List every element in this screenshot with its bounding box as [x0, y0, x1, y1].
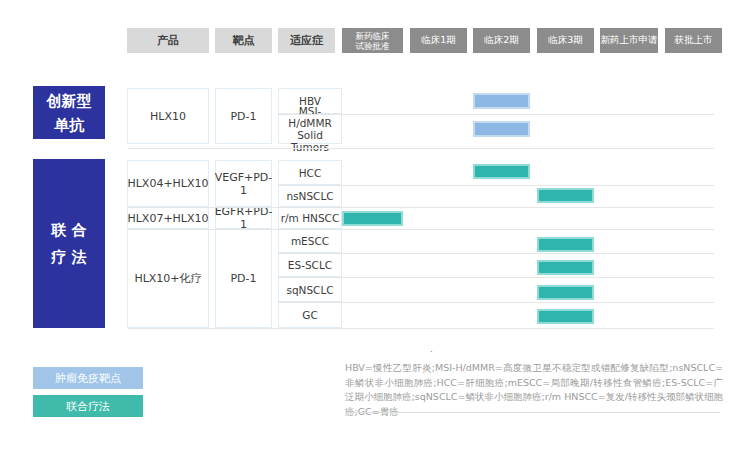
group-divider [128, 207, 714, 208]
group-divider [128, 328, 714, 329]
group-divider [128, 229, 714, 230]
target-cell: PD-1 [215, 88, 272, 144]
progress-bar [473, 121, 530, 137]
progress-bar [473, 93, 530, 109]
indication-cell: mESCC [278, 229, 342, 253]
column-header-ind-approval: 新药临床试验批准 [342, 28, 403, 53]
target-cell: VEGF+PD-1 [215, 160, 272, 207]
category-box-innovative-mab: 创新型 单抗 [33, 86, 105, 139]
pipeline-chart: 产品 靶点 适应症 新药临床试验批准 临床1期 临床2期 临床3期 新药上市申请… [0, 0, 750, 450]
column-header-phase2: 临床2期 [473, 28, 530, 53]
indication-cell: sqNSCLC [278, 277, 342, 302]
target-cell: EGFR+PD-1 [215, 207, 272, 229]
progress-bar [537, 188, 594, 203]
footnote-divider [345, 412, 720, 413]
footnote-abbreviations: HBV=慢性乙型肝炎;MSI-H/dMMR=高度微卫星不稳定型或错配修复缺陷型;… [345, 361, 723, 419]
indication-cell: r/m HNSCC [278, 207, 342, 229]
indication-cell: GC [278, 302, 342, 328]
column-header-phase3: 临床3期 [537, 28, 594, 53]
group-divider [128, 148, 714, 149]
category-label-line: 联 合 [51, 217, 86, 244]
progress-bar [473, 164, 530, 179]
column-header-indication: 适应症 [278, 28, 335, 53]
product-cell: HLX04+HLX10 [127, 160, 209, 207]
progress-bar [342, 211, 403, 226]
column-header-ind-approval-label: 新药临床试验批准 [353, 31, 393, 51]
progress-bar [537, 237, 594, 252]
column-header-nda: 新药上市申请 [600, 28, 658, 53]
indication-cell: MSI-H/dMMR Solid Tumors [278, 114, 342, 144]
legend-item-combination-therapy: 联合疗法 [33, 395, 143, 417]
row-divider [278, 302, 714, 303]
product-cell: HLX10 [127, 88, 209, 144]
legend-item-immune-target: 肿瘤免疫靶点 [33, 367, 143, 389]
product-cell: HLX10+化疗 [127, 229, 209, 328]
column-header-product: 产品 [127, 28, 209, 53]
row-divider [278, 114, 714, 115]
row-divider [278, 185, 714, 186]
category-label-line: 单抗 [54, 113, 84, 137]
indication-cell: nsNSCLC [278, 185, 342, 207]
indication-cell: ES-SCLC [278, 253, 342, 277]
category-box-combination-therapy: 联 合 疗 法 [33, 159, 105, 328]
stray-dot: . [430, 344, 433, 354]
target-cell: PD-1 [215, 229, 272, 328]
product-cell: HLX07+HLX10 [127, 207, 209, 229]
progress-bar [537, 285, 594, 300]
column-header-target: 靶点 [215, 28, 272, 53]
indication-cell: HCC [278, 160, 342, 185]
category-label-line: 疗 法 [51, 244, 86, 271]
column-header-phase1: 临床1期 [410, 28, 467, 53]
row-divider [278, 277, 714, 278]
category-label-line: 创新型 [47, 89, 92, 113]
progress-bar [537, 260, 594, 275]
column-header-approved: 获批上市 [665, 28, 722, 53]
progress-bar [537, 309, 594, 324]
row-divider [278, 253, 714, 254]
